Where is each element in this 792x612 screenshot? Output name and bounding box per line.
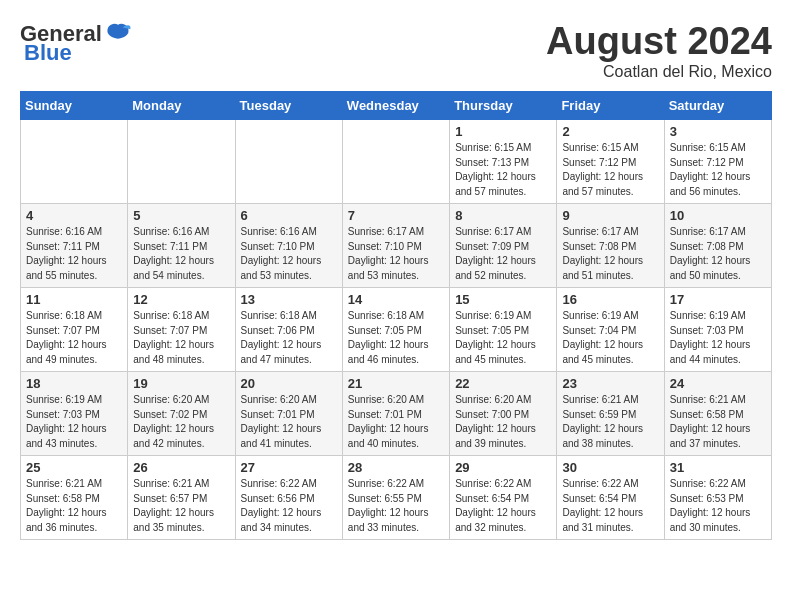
day-info: Sunrise: 6:17 AM Sunset: 7:08 PM Dayligh… xyxy=(670,225,766,283)
day-number: 15 xyxy=(455,292,551,307)
day-number: 20 xyxy=(241,376,337,391)
day-number: 26 xyxy=(133,460,229,475)
day-number: 25 xyxy=(26,460,122,475)
header-day-sunday: Sunday xyxy=(21,92,128,120)
day-number: 21 xyxy=(348,376,444,391)
day-info: Sunrise: 6:16 AM Sunset: 7:11 PM Dayligh… xyxy=(133,225,229,283)
day-info: Sunrise: 6:22 AM Sunset: 6:53 PM Dayligh… xyxy=(670,477,766,535)
header-day-saturday: Saturday xyxy=(664,92,771,120)
location-subtitle: Coatlan del Rio, Mexico xyxy=(546,63,772,81)
day-number: 14 xyxy=(348,292,444,307)
day-info: Sunrise: 6:17 AM Sunset: 7:08 PM Dayligh… xyxy=(562,225,658,283)
day-info: Sunrise: 6:20 AM Sunset: 7:01 PM Dayligh… xyxy=(241,393,337,451)
header-day-thursday: Thursday xyxy=(450,92,557,120)
calendar-cell: 19Sunrise: 6:20 AM Sunset: 7:02 PM Dayli… xyxy=(128,372,235,456)
calendar-week-1: 1Sunrise: 6:15 AM Sunset: 7:13 PM Daylig… xyxy=(21,120,772,204)
day-number: 8 xyxy=(455,208,551,223)
day-number: 18 xyxy=(26,376,122,391)
day-info: Sunrise: 6:18 AM Sunset: 7:07 PM Dayligh… xyxy=(26,309,122,367)
day-info: Sunrise: 6:16 AM Sunset: 7:10 PM Dayligh… xyxy=(241,225,337,283)
calendar-cell: 24Sunrise: 6:21 AM Sunset: 6:58 PM Dayli… xyxy=(664,372,771,456)
day-info: Sunrise: 6:22 AM Sunset: 6:56 PM Dayligh… xyxy=(241,477,337,535)
day-info: Sunrise: 6:22 AM Sunset: 6:54 PM Dayligh… xyxy=(455,477,551,535)
calendar-cell: 1Sunrise: 6:15 AM Sunset: 7:13 PM Daylig… xyxy=(450,120,557,204)
calendar-cell: 23Sunrise: 6:21 AM Sunset: 6:59 PM Dayli… xyxy=(557,372,664,456)
day-info: Sunrise: 6:21 AM Sunset: 6:58 PM Dayligh… xyxy=(670,393,766,451)
calendar-body: 1Sunrise: 6:15 AM Sunset: 7:13 PM Daylig… xyxy=(21,120,772,540)
day-info: Sunrise: 6:17 AM Sunset: 7:10 PM Dayligh… xyxy=(348,225,444,283)
day-number: 3 xyxy=(670,124,766,139)
day-number: 5 xyxy=(133,208,229,223)
calendar-cell: 10Sunrise: 6:17 AM Sunset: 7:08 PM Dayli… xyxy=(664,204,771,288)
calendar-cell: 9Sunrise: 6:17 AM Sunset: 7:08 PM Daylig… xyxy=(557,204,664,288)
calendar-cell: 7Sunrise: 6:17 AM Sunset: 7:10 PM Daylig… xyxy=(342,204,449,288)
calendar-cell: 16Sunrise: 6:19 AM Sunset: 7:04 PM Dayli… xyxy=(557,288,664,372)
day-info: Sunrise: 6:18 AM Sunset: 7:06 PM Dayligh… xyxy=(241,309,337,367)
calendar-cell: 30Sunrise: 6:22 AM Sunset: 6:54 PM Dayli… xyxy=(557,456,664,540)
day-info: Sunrise: 6:20 AM Sunset: 7:00 PM Dayligh… xyxy=(455,393,551,451)
calendar-cell: 2Sunrise: 6:15 AM Sunset: 7:12 PM Daylig… xyxy=(557,120,664,204)
day-number: 24 xyxy=(670,376,766,391)
header-day-friday: Friday xyxy=(557,92,664,120)
day-number: 4 xyxy=(26,208,122,223)
day-info: Sunrise: 6:21 AM Sunset: 6:57 PM Dayligh… xyxy=(133,477,229,535)
day-number: 23 xyxy=(562,376,658,391)
day-info: Sunrise: 6:19 AM Sunset: 7:03 PM Dayligh… xyxy=(26,393,122,451)
day-info: Sunrise: 6:19 AM Sunset: 7:03 PM Dayligh… xyxy=(670,309,766,367)
calendar-cell: 8Sunrise: 6:17 AM Sunset: 7:09 PM Daylig… xyxy=(450,204,557,288)
header-day-wednesday: Wednesday xyxy=(342,92,449,120)
day-number: 6 xyxy=(241,208,337,223)
day-info: Sunrise: 6:21 AM Sunset: 6:59 PM Dayligh… xyxy=(562,393,658,451)
day-info: Sunrise: 6:22 AM Sunset: 6:55 PM Dayligh… xyxy=(348,477,444,535)
day-number: 29 xyxy=(455,460,551,475)
day-info: Sunrise: 6:18 AM Sunset: 7:05 PM Dayligh… xyxy=(348,309,444,367)
calendar-week-3: 11Sunrise: 6:18 AM Sunset: 7:07 PM Dayli… xyxy=(21,288,772,372)
calendar-cell: 5Sunrise: 6:16 AM Sunset: 7:11 PM Daylig… xyxy=(128,204,235,288)
calendar-cell: 3Sunrise: 6:15 AM Sunset: 7:12 PM Daylig… xyxy=(664,120,771,204)
day-info: Sunrise: 6:17 AM Sunset: 7:09 PM Dayligh… xyxy=(455,225,551,283)
day-info: Sunrise: 6:15 AM Sunset: 7:12 PM Dayligh… xyxy=(562,141,658,199)
calendar-cell: 31Sunrise: 6:22 AM Sunset: 6:53 PM Dayli… xyxy=(664,456,771,540)
calendar-cell: 21Sunrise: 6:20 AM Sunset: 7:01 PM Dayli… xyxy=(342,372,449,456)
calendar-cell: 29Sunrise: 6:22 AM Sunset: 6:54 PM Dayli… xyxy=(450,456,557,540)
calendar-cell xyxy=(235,120,342,204)
calendar-cell: 28Sunrise: 6:22 AM Sunset: 6:55 PM Dayli… xyxy=(342,456,449,540)
page-header: General Blue August 2024 Coatlan del Rio… xyxy=(20,20,772,81)
day-number: 28 xyxy=(348,460,444,475)
title-block: August 2024 Coatlan del Rio, Mexico xyxy=(546,20,772,81)
day-number: 1 xyxy=(455,124,551,139)
calendar-cell: 6Sunrise: 6:16 AM Sunset: 7:10 PM Daylig… xyxy=(235,204,342,288)
calendar-cell: 12Sunrise: 6:18 AM Sunset: 7:07 PM Dayli… xyxy=(128,288,235,372)
day-number: 13 xyxy=(241,292,337,307)
day-info: Sunrise: 6:21 AM Sunset: 6:58 PM Dayligh… xyxy=(26,477,122,535)
day-number: 12 xyxy=(133,292,229,307)
day-number: 19 xyxy=(133,376,229,391)
day-info: Sunrise: 6:20 AM Sunset: 7:01 PM Dayligh… xyxy=(348,393,444,451)
calendar-cell: 27Sunrise: 6:22 AM Sunset: 6:56 PM Dayli… xyxy=(235,456,342,540)
calendar-cell xyxy=(21,120,128,204)
calendar-cell: 20Sunrise: 6:20 AM Sunset: 7:01 PM Dayli… xyxy=(235,372,342,456)
calendar-cell: 26Sunrise: 6:21 AM Sunset: 6:57 PM Dayli… xyxy=(128,456,235,540)
calendar-cell: 14Sunrise: 6:18 AM Sunset: 7:05 PM Dayli… xyxy=(342,288,449,372)
calendar-cell: 18Sunrise: 6:19 AM Sunset: 7:03 PM Dayli… xyxy=(21,372,128,456)
calendar-table: SundayMondayTuesdayWednesdayThursdayFrid… xyxy=(20,91,772,540)
calendar-cell: 11Sunrise: 6:18 AM Sunset: 7:07 PM Dayli… xyxy=(21,288,128,372)
calendar-cell: 15Sunrise: 6:19 AM Sunset: 7:05 PM Dayli… xyxy=(450,288,557,372)
day-number: 7 xyxy=(348,208,444,223)
calendar-week-4: 18Sunrise: 6:19 AM Sunset: 7:03 PM Dayli… xyxy=(21,372,772,456)
day-info: Sunrise: 6:19 AM Sunset: 7:04 PM Dayligh… xyxy=(562,309,658,367)
day-info: Sunrise: 6:19 AM Sunset: 7:05 PM Dayligh… xyxy=(455,309,551,367)
day-info: Sunrise: 6:16 AM Sunset: 7:11 PM Dayligh… xyxy=(26,225,122,283)
calendar-week-5: 25Sunrise: 6:21 AM Sunset: 6:58 PM Dayli… xyxy=(21,456,772,540)
header-day-monday: Monday xyxy=(128,92,235,120)
calendar-cell: 4Sunrise: 6:16 AM Sunset: 7:11 PM Daylig… xyxy=(21,204,128,288)
calendar-cell: 25Sunrise: 6:21 AM Sunset: 6:58 PM Dayli… xyxy=(21,456,128,540)
day-number: 10 xyxy=(670,208,766,223)
day-number: 17 xyxy=(670,292,766,307)
calendar-week-2: 4Sunrise: 6:16 AM Sunset: 7:11 PM Daylig… xyxy=(21,204,772,288)
calendar-header-row: SundayMondayTuesdayWednesdayThursdayFrid… xyxy=(21,92,772,120)
calendar-cell xyxy=(342,120,449,204)
month-year-title: August 2024 xyxy=(546,20,772,63)
calendar-cell: 22Sunrise: 6:20 AM Sunset: 7:00 PM Dayli… xyxy=(450,372,557,456)
day-info: Sunrise: 6:18 AM Sunset: 7:07 PM Dayligh… xyxy=(133,309,229,367)
